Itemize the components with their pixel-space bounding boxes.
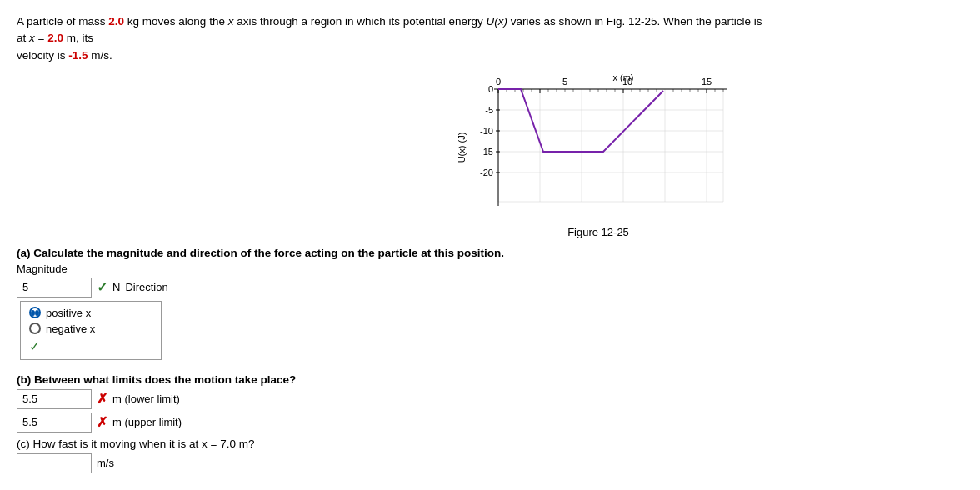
problem-text-2: kg moves along the [124, 15, 228, 28]
svg-text:0: 0 [488, 84, 493, 94]
svg-text:-20: -20 [480, 168, 493, 178]
direction-submit-check: ✓ [29, 338, 152, 354]
ux-ref: U(x) [487, 15, 508, 28]
part-c-title: (c) How fast is it moving when it is at … [17, 438, 963, 450]
mass-value: 2.0 [108, 15, 124, 28]
svg-text:15: 15 [702, 77, 712, 87]
upper-limit-input[interactable] [17, 412, 92, 432]
svg-text:5: 5 [562, 77, 568, 87]
svg-text:-5: -5 [485, 105, 493, 115]
part-c-section: (c) How fast is it moving when it is at … [17, 438, 963, 473]
part-b-title: (b) Between what limits does the motion … [17, 373, 963, 386]
magnitude-row: ✓ N Direction [17, 278, 963, 298]
lower-limit-input[interactable] [17, 389, 92, 409]
figure-area: 0 5 10 15 [233, 72, 963, 238]
part-c-row: m/s [17, 453, 963, 473]
velocity-value: -1.5 [68, 49, 88, 62]
part-c-input[interactable] [17, 453, 92, 473]
magnitude-check: ✓ [97, 279, 108, 295]
part-a-section: (a) Calculate the magnitude and directio… [17, 247, 963, 360]
radio-positive-x[interactable]: positive x [29, 307, 152, 319]
radio-positive-x-circle[interactable] [29, 307, 41, 318]
lower-limit-cross: ✗ [97, 391, 108, 407]
svg-text:x (m): x (m) [612, 72, 633, 82]
part-c-unit: m/s [97, 457, 114, 469]
magnitude-input[interactable] [17, 278, 92, 298]
chart-svg: 0 5 10 15 [457, 72, 740, 222]
magnitude-label: Magnitude [17, 262, 963, 275]
part-a-bold: (a) Calculate the magnitude and directio… [17, 247, 504, 259]
problem-text-7: m/s. [88, 49, 112, 62]
radio-negative-x-label: negative x [46, 322, 95, 335]
chart-container: 0 5 10 15 [457, 72, 740, 222]
problem-text-1: A particle of mass [17, 15, 108, 28]
lower-limit-unit: m (lower limit) [112, 392, 180, 405]
svg-text:-15: -15 [480, 147, 493, 157]
part-b-section: (b) Between what limits does the motion … [17, 373, 963, 432]
direction-box: positive x negative x ✓ [20, 301, 162, 360]
svg-text:0: 0 [496, 77, 501, 87]
problem-text-5: = [35, 32, 48, 44]
direction-label-text: Direction [125, 281, 168, 293]
part-a-title: (a) Calculate the magnitude and directio… [17, 247, 963, 259]
figure-label: Figure 12-25 [568, 226, 629, 238]
x-position-value: 2.0 [48, 32, 63, 44]
radio-negative-x-circle[interactable] [29, 322, 41, 334]
upper-limit-cross: ✗ [97, 414, 108, 430]
upper-limit-row: ✗ m (upper limit) [17, 412, 963, 432]
magnitude-unit: N [112, 281, 120, 293]
upper-limit-unit: m (upper limit) [112, 416, 182, 428]
x-ref-2: x [29, 32, 35, 44]
problem-text-3: axis through a region in which its poten… [233, 15, 486, 28]
lower-limit-row: ✗ m (lower limit) [17, 389, 963, 409]
problem-statement: A particle of mass 2.0 kg moves along th… [17, 13, 767, 64]
svg-text:U(x) (J): U(x) (J) [457, 132, 467, 162]
svg-text:-10: -10 [480, 126, 493, 136]
radio-positive-x-label: positive x [46, 307, 91, 319]
radio-negative-x[interactable]: negative x [29, 322, 152, 335]
